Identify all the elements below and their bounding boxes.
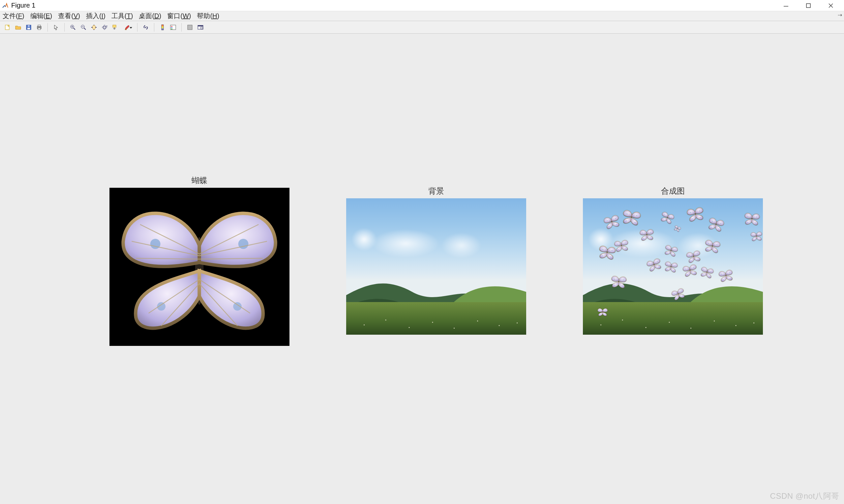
overlay-butterfly [596, 307, 610, 317]
subplot-title: 背景 [346, 186, 526, 196]
matlab-app-icon [2, 2, 8, 9]
rotate3d-icon[interactable] [100, 22, 109, 32]
toolbar-separator [181, 23, 182, 32]
svg-line-12 [73, 28, 75, 30]
overlay-butterfly [608, 274, 630, 290]
menu-i[interactable]: 插入(I) [86, 12, 105, 20]
zoom-in-icon[interactable] [68, 22, 78, 32]
svg-rect-32 [198, 25, 203, 26]
zoom-out-icon[interactable] [79, 22, 88, 32]
hide-tools-icon[interactable] [185, 22, 195, 32]
menu-v[interactable]: 查看(V) [58, 12, 80, 20]
toolbar-separator [154, 23, 154, 32]
grass-graphic [346, 302, 526, 335]
new-figure-icon[interactable] [3, 22, 13, 32]
subplot-composite: 合成图 [583, 186, 763, 334]
menu-e[interactable]: 编辑(E) [30, 12, 52, 20]
subplot-image [583, 198, 763, 335]
toolbar-separator [64, 23, 65, 32]
dock-icon[interactable] [195, 22, 205, 32]
menu-f[interactable]: 文件(F) [3, 12, 24, 20]
subplot-title: 蝴蝶 [109, 175, 290, 186]
subplot-title: 合成图 [583, 186, 763, 196]
menu-d[interactable]: 桌面(D) [139, 12, 161, 20]
data-cursor-icon[interactable] [110, 22, 120, 32]
svg-line-16 [84, 28, 86, 30]
print-icon[interactable] [34, 22, 44, 32]
pan-icon[interactable] [89, 22, 99, 32]
maximize-button[interactable] [804, 1, 813, 10]
menubar: 文件(F)编辑(E)查看(V)插入(I)工具(T)桌面(D)窗口(W)帮助(H)… [0, 11, 844, 21]
toolbar [0, 21, 844, 34]
svg-rect-25 [161, 25, 163, 30]
watermark: CSDN @not八阿哥 [770, 491, 839, 501]
subplot-butterfly: 蝴蝶 [109, 175, 290, 345]
svg-rect-30 [188, 25, 192, 30]
overlay-butterfly [748, 230, 763, 242]
menubar-overflow-icon[interactable]: ⇢ [838, 12, 842, 18]
menu-w[interactable]: 窗口(W) [167, 12, 191, 20]
window-title: Figure 1 [11, 2, 35, 9]
svg-rect-9 [38, 25, 40, 26]
titlebar: Figure 1 [0, 0, 844, 11]
subplot-background: 背景 [346, 186, 526, 334]
svg-rect-1 [806, 4, 810, 7]
svg-rect-33 [201, 27, 203, 29]
menu-h[interactable]: 帮助(H) [197, 12, 219, 20]
colorbar-icon[interactable] [158, 22, 168, 32]
save-icon[interactable] [24, 22, 34, 32]
link-plot-icon[interactable] [141, 22, 151, 32]
pointer-icon[interactable] [51, 22, 61, 32]
svg-rect-23 [125, 29, 126, 30]
overlay-butterfly [636, 228, 657, 242]
legend-icon[interactable] [168, 22, 178, 32]
minimize-button[interactable] [781, 1, 791, 10]
overlay-butterfly [741, 211, 763, 227]
svg-rect-10 [38, 28, 40, 30]
grass-graphic [583, 302, 763, 335]
svg-point-18 [102, 26, 107, 28]
svg-point-19 [104, 25, 105, 30]
toolbar-separator [48, 23, 48, 32]
subplot-image [346, 198, 526, 335]
svg-rect-7 [28, 25, 30, 27]
subplot-image [109, 188, 290, 346]
butterfly-graphic [115, 192, 284, 341]
svg-rect-20 [113, 25, 116, 28]
figure-canvas: 蝴蝶 背景 合成图 CSDN @not八阿哥 [0, 34, 844, 504]
toolbar-separator [137, 23, 137, 32]
svg-line-24 [145, 27, 147, 28]
close-button[interactable] [826, 1, 836, 10]
svg-rect-6 [28, 28, 30, 29]
menu-t[interactable]: 工具(T) [111, 12, 133, 20]
brush-dropdown-icon[interactable] [121, 22, 134, 32]
open-file-icon[interactable] [13, 22, 23, 32]
